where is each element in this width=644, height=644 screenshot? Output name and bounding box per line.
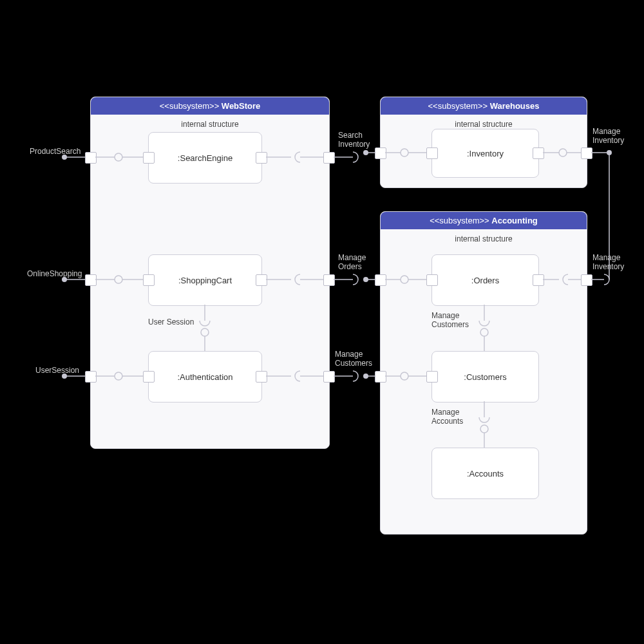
- internal-label: internal structure: [91, 120, 329, 129]
- port: [256, 274, 267, 286]
- port: [85, 371, 97, 383]
- port: [375, 274, 386, 286]
- port: [533, 147, 544, 159]
- label-manage-customers: Manage Customers: [335, 350, 372, 368]
- label-product-search: ProductSearch: [30, 147, 80, 156]
- port: [426, 147, 438, 159]
- label-manage-accounts: Manage Accounts: [431, 408, 463, 426]
- port: [323, 371, 335, 383]
- label-user-session: UserSession: [35, 366, 79, 375]
- port: [323, 274, 335, 286]
- port: [533, 274, 544, 286]
- port: [85, 274, 97, 286]
- stereo: <<subsystem>>: [428, 101, 488, 111]
- component-accounts: :Accounts: [431, 448, 539, 499]
- port: [426, 371, 438, 383]
- name: WebStore: [222, 101, 260, 111]
- port: [85, 152, 97, 164]
- svg-point-43: [363, 374, 368, 379]
- port: [143, 152, 155, 164]
- port: [426, 274, 438, 286]
- label-user-session-inner: User Session: [148, 317, 194, 327]
- subsystem-accounting-header: <<subsystem>> Accounting: [381, 212, 587, 229]
- component-orders: :Orders: [431, 254, 539, 306]
- component-customers: :Customers: [431, 351, 539, 402]
- port: [143, 371, 155, 383]
- name: Warehouses: [490, 101, 540, 111]
- port: [256, 371, 267, 383]
- port: [375, 147, 386, 159]
- port: [143, 274, 155, 286]
- label-online-shopping: OnlineShopping: [27, 269, 82, 278]
- port: [581, 147, 592, 159]
- name: Accounting: [491, 216, 538, 225]
- stereo: <<subsystem>>: [160, 101, 220, 111]
- label-manage-inventory: Manage Inventory: [592, 127, 624, 145]
- port: [581, 274, 592, 286]
- svg-point-8: [363, 150, 368, 155]
- component-inventory: :Inventory: [431, 129, 539, 178]
- component-shopping-cart: :ShoppingCart: [148, 254, 262, 306]
- component-search-engine: :SearchEngine: [148, 132, 262, 184]
- port: [256, 152, 267, 164]
- label-manage-orders: Manage Orders: [338, 253, 366, 271]
- label-manage-inventory2: Manage Inventory: [592, 253, 624, 271]
- subsystem-warehouses-header: <<subsystem>> Warehouses: [381, 97, 587, 115]
- component-authentication: :Authentication: [148, 351, 262, 402]
- port: [323, 152, 335, 164]
- internal-label: internal structure: [381, 120, 587, 129]
- stereo: <<subsystem>>: [430, 216, 489, 225]
- label-manage-customers-inner: Manage Customers: [431, 311, 469, 329]
- subsystem-webstore-header: <<subsystem>> WebStore: [91, 97, 329, 115]
- port: [375, 371, 386, 383]
- internal-label: internal structure: [381, 234, 587, 243]
- svg-point-17: [607, 150, 612, 155]
- label-search-inventory: Search Inventory: [338, 131, 370, 149]
- svg-point-27: [363, 277, 368, 282]
